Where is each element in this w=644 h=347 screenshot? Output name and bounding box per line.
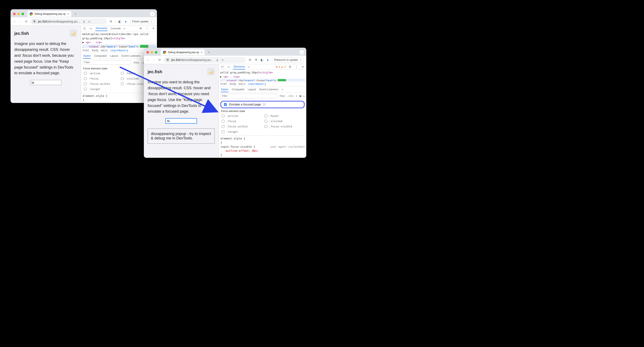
close-devtools-icon[interactable]: ✕ — [301, 65, 304, 69]
crumb-body[interactable]: body — [230, 82, 236, 86]
profile-icon[interactable]: ● — [266, 58, 270, 62]
extensions-icon[interactable]: ⧉ — [248, 58, 252, 62]
update-chip[interactable]: Relaunch to update⋮ — [272, 57, 304, 62]
state-target[interactable]: :target — [221, 130, 261, 134]
emulate-focused-page-row[interactable]: Emulate a focused page ⓘ — [220, 101, 304, 108]
crumb-input[interactable]: input#query — [248, 82, 266, 86]
experiments-icon[interactable]: ⚗ — [254, 58, 258, 62]
kebab-icon[interactable]: ⋮ — [294, 65, 298, 69]
state-active[interactable]: :active — [83, 71, 118, 75]
crumb-main[interactable]: main — [101, 49, 108, 52]
state-visited[interactable]: :visited — [264, 119, 304, 123]
dom-tree[interactable]: solid gray;padding:10px}</style> ▶ <p> …… — [219, 70, 306, 81]
crumb-main[interactable]: main — [239, 82, 245, 86]
minimize-window-icon[interactable] — [17, 13, 20, 15]
layout-pane-icon[interactable]: ▭ — [303, 94, 304, 98]
forward-button[interactable]: → — [18, 20, 22, 24]
tab-computed[interactable]: Computed — [232, 88, 244, 92]
close-tab-icon[interactable]: × — [67, 12, 69, 16]
emulate-focused-page-checkbox[interactable] — [224, 103, 227, 106]
device-icon[interactable]: ▭ — [89, 26, 93, 30]
forward-button[interactable]: → — [152, 58, 156, 62]
install-icon[interactable]: ⤓ — [215, 58, 219, 62]
state-focus-within[interactable]: :focus-within — [221, 124, 261, 128]
tab-console[interactable]: Console — [110, 26, 121, 31]
tab-styles[interactable]: Styles — [83, 54, 90, 59]
dark-mode-toggle[interactable]: 🌙 — [207, 68, 215, 76]
address-bar[interactable]: ⚙ jec.fish/demo/disappearing-po… ⤓ ☆ — [30, 18, 107, 24]
site-settings-icon[interactable]: ⚙ — [32, 20, 36, 23]
new-tab-button[interactable]: ＋ — [73, 12, 78, 16]
dark-mode-toggle[interactable]: 🌙 — [70, 30, 77, 37]
hov-toggle[interactable]: :hov — [133, 61, 139, 64]
extensions-icon[interactable]: ⧉ — [109, 20, 113, 24]
query-input[interactable] — [30, 80, 62, 85]
address-bar[interactable]: ⚙ jec.fish/demo/disappearing-po… ⤓ ☆ — [164, 57, 246, 63]
tab-layout[interactable]: Layout — [110, 54, 118, 59]
tab-overflow-button[interactable]: ⌄ — [299, 50, 304, 55]
state-focus[interactable]: :focus — [221, 119, 261, 123]
sidepanel-icon[interactable]: ◧ — [260, 58, 264, 62]
state-focus-within[interactable]: :focus-within — [83, 82, 118, 86]
tab-event-listeners[interactable]: Event Listeners — [122, 54, 141, 59]
state-focus-visible[interactable]: :focus-visible — [264, 124, 304, 128]
update-chip[interactable]: Finish update⋮ — [130, 19, 155, 24]
tab-layout[interactable]: Layout — [248, 88, 256, 92]
maximize-window-icon[interactable] — [155, 51, 157, 54]
tab-styles[interactable]: Styles — [221, 88, 228, 92]
state-hover[interactable]: :hover — [264, 114, 304, 118]
issue-badges[interactable]: ⊘2 ▲3 — [276, 66, 286, 68]
minimize-window-icon[interactable] — [150, 51, 153, 54]
tab-elements[interactable]: Elements — [95, 26, 108, 31]
computed-pane-icon[interactable]: ▦ — [300, 94, 301, 98]
device-icon[interactable]: ▭ — [227, 65, 230, 69]
tab-overflow-button[interactable]: ⌄ — [150, 12, 155, 16]
close-window-icon[interactable] — [146, 51, 149, 54]
settings-icon[interactable]: ⚙ — [139, 26, 142, 30]
more-subtabs-icon[interactable]: » — [282, 88, 283, 92]
more-tabs-icon[interactable]: » — [248, 65, 249, 68]
reload-button[interactable]: ⟳ — [24, 20, 28, 24]
maximize-window-icon[interactable] — [22, 13, 24, 15]
tab-computed[interactable]: Computed — [94, 54, 107, 59]
tab-elements[interactable]: Elements — [233, 64, 245, 70]
back-button[interactable]: ← — [13, 20, 16, 24]
close-tab-icon[interactable]: × — [200, 51, 202, 54]
new-tab-button[interactable]: ＋ — [206, 50, 211, 55]
new-style-button[interactable]: ＋ — [295, 94, 298, 98]
help-icon[interactable]: ⓘ — [262, 102, 266, 106]
state-target[interactable]: :target — [83, 87, 118, 91]
dom-tree[interactable]: me{display:none}#result{border:1px solid… — [81, 31, 157, 48]
css-rules[interactable]: element.style { } input:focus-visible {u… — [219, 136, 306, 158]
more-tabs-icon[interactable]: » — [124, 27, 125, 30]
tab-event-listeners[interactable]: Event Listeners — [260, 88, 278, 92]
hov-toggle[interactable]: :hov — [279, 94, 285, 98]
browser-tab[interactable]: Debug disappearing pop up × — [161, 49, 204, 55]
kebab-icon[interactable]: ⋮ — [145, 26, 149, 30]
settings-icon[interactable]: ⚙ — [288, 65, 292, 69]
styles-filter-input[interactable] — [220, 94, 277, 98]
bookmark-icon[interactable]: ☆ — [221, 58, 225, 62]
inspect-icon[interactable]: ◰ — [83, 26, 86, 30]
inspect-icon[interactable]: ◰ — [220, 65, 224, 69]
reload-button[interactable]: ⟳ — [158, 58, 162, 62]
close-devtools-icon[interactable]: ✕ — [152, 26, 155, 30]
site-settings-icon[interactable]: ⚙ — [166, 58, 170, 62]
state-active[interactable]: :active — [221, 114, 261, 118]
query-input[interactable] — [166, 118, 197, 124]
back-button[interactable]: ← — [146, 58, 150, 62]
crumb-input[interactable]: input#query — [110, 49, 128, 52]
styles-filter-input[interactable] — [83, 60, 131, 65]
sidepanel-icon[interactable]: ◧ — [118, 20, 122, 24]
crumb-body[interactable]: body — [92, 49, 98, 52]
cls-toggle[interactable]: .cls — [287, 94, 294, 98]
breadcrumbs[interactable]: html body main input#query — [219, 81, 306, 86]
crumb-html[interactable]: html — [220, 82, 227, 86]
install-icon[interactable]: ⤓ — [82, 20, 86, 24]
bookmark-icon[interactable]: ☆ — [88, 20, 91, 24]
close-window-icon[interactable] — [13, 13, 16, 15]
profile-icon[interactable]: ● — [124, 20, 128, 24]
crumb-html[interactable]: html — [83, 49, 89, 52]
browser-tab[interactable]: Debug disappearing pop up × — [28, 11, 71, 17]
state-focus[interactable]: :focus — [83, 76, 118, 80]
